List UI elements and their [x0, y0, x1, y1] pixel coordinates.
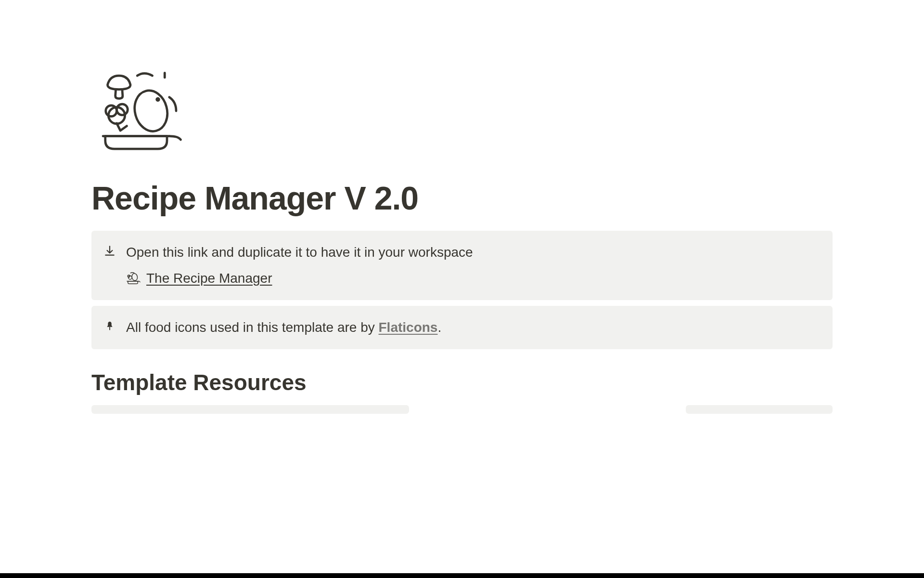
callout-attribution: All food icons used in this template are… [91, 306, 833, 349]
callout-attribution-content: All food icons used in this template are… [126, 317, 821, 338]
recipe-manager-link[interactable]: The Recipe Manager [146, 268, 272, 289]
resource-card[interactable] [686, 405, 833, 414]
resource-card[interactable] [91, 405, 409, 414]
resource-cards-row [91, 405, 833, 414]
template-resources-heading: Template Resources [91, 369, 833, 395]
recipe-page-icon [126, 271, 141, 286]
cooking-pan-icon [94, 67, 833, 161]
download-icon [103, 244, 116, 258]
attribution-suffix: . [437, 320, 441, 335]
pin-icon [103, 319, 116, 333]
svg-point-0 [130, 87, 172, 135]
callout-duplicate: Open this link and duplicate it to have … [91, 231, 833, 300]
callout-duplicate-link-row: The Recipe Manager [126, 268, 821, 289]
page-container: Recipe Manager V 2.0 Open this link and … [0, 0, 924, 414]
svg-point-5 [131, 273, 138, 281]
attribution-prefix: All food icons used in this template are… [126, 320, 379, 335]
flaticons-link[interactable]: Flaticons [379, 320, 438, 335]
svg-point-1 [155, 97, 160, 102]
callout-duplicate-text: Open this link and duplicate it to have … [126, 242, 821, 263]
bottom-bar [0, 573, 924, 578]
callout-duplicate-content: Open this link and duplicate it to have … [126, 242, 821, 289]
page-title: Recipe Manager V 2.0 [91, 180, 833, 216]
svg-rect-8 [109, 327, 110, 330]
